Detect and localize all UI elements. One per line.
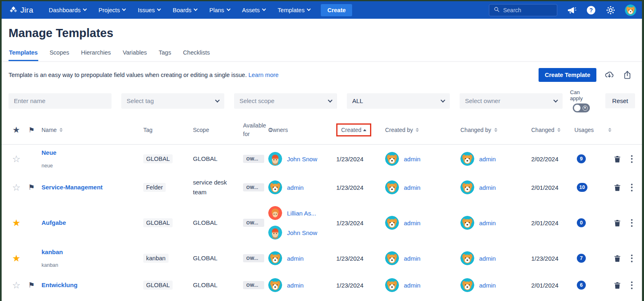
kebab-menu-icon[interactable] — [629, 154, 634, 164]
megaphone-icon[interactable] — [566, 5, 577, 15]
help-icon[interactable]: ? — [586, 5, 596, 15]
kebab-menu-icon[interactable] — [629, 218, 634, 228]
can-apply-toggle[interactable]: ✕ — [573, 103, 590, 112]
changed-by-link[interactable]: admin — [479, 184, 496, 191]
owners-cell: Lillian As...John Snow — [268, 206, 336, 239]
owner-filter-select[interactable]: Select owner — [460, 93, 563, 109]
tab[interactable]: Tags — [158, 49, 172, 61]
nav-menu-item[interactable]: Assets — [242, 7, 266, 13]
nav-create-button[interactable]: Create — [321, 4, 352, 16]
dog-avatar-icon — [460, 180, 474, 194]
template-name-link[interactable]: Service-Management — [42, 184, 103, 191]
delete-trash-icon[interactable] — [613, 254, 622, 263]
scope-filter-select[interactable]: Select scope — [234, 93, 337, 109]
learn-more-link[interactable]: Learn more — [248, 72, 278, 78]
nav-menu-label: Assets — [242, 7, 260, 13]
column-header-usages[interactable]: Usages — [574, 127, 609, 133]
created-by-link[interactable]: admin — [404, 255, 421, 262]
page-title: Manage Templates — [9, 26, 642, 40]
delete-trash-icon[interactable] — [613, 155, 622, 163]
changed-by-link[interactable]: admin — [479, 156, 496, 163]
changed-by-link[interactable]: admin — [479, 282, 496, 289]
owner-link[interactable]: John Snow — [287, 156, 317, 163]
flag-column-icon[interactable]: ⚑ — [24, 126, 42, 134]
nav-menu-item[interactable]: Issues — [138, 7, 160, 13]
star-icon[interactable]: ☆ — [12, 281, 21, 290]
kebab-menu-icon[interactable] — [629, 183, 634, 192]
created-date: 1/23/2024 — [336, 220, 380, 226]
delete-trash-icon[interactable] — [613, 281, 622, 290]
tab[interactable]: Checklists — [182, 49, 210, 61]
search-input[interactable] — [503, 7, 548, 13]
tab-label: Hierarchies — [81, 49, 111, 56]
flag-icon[interactable]: ⚑ — [24, 184, 42, 191]
import-cloud-download-icon[interactable] — [605, 70, 614, 80]
star-icon[interactable]: ★ — [12, 218, 21, 228]
column-header-scope[interactable]: Scope — [193, 127, 243, 133]
owner-link[interactable]: John Snow — [287, 229, 317, 236]
column-header-owners[interactable]: Owners — [268, 127, 336, 133]
changed-by-link[interactable]: admin — [479, 255, 496, 262]
scope-cell: GLOBAL — [193, 218, 243, 228]
tab[interactable]: Scopes — [49, 49, 70, 61]
name-filter-input[interactable] — [14, 97, 106, 104]
export-share-icon[interactable] — [622, 70, 632, 80]
global-search[interactable] — [489, 4, 557, 16]
owner-link[interactable]: admin — [287, 184, 304, 191]
tab[interactable]: Hierarchies — [81, 49, 111, 61]
gear-icon[interactable] — [605, 5, 616, 15]
owner-link[interactable]: admin — [287, 255, 304, 262]
column-header-created[interactable]: Created — [336, 123, 380, 136]
star-icon[interactable]: ★ — [12, 254, 21, 263]
column-header-changed[interactable]: Changed — [531, 127, 574, 133]
template-name-link[interactable]: kanban — [42, 248, 63, 255]
column-header-tag[interactable]: Tag — [143, 127, 193, 133]
kebab-menu-icon[interactable] — [629, 281, 634, 290]
delete-trash-icon[interactable] — [613, 219, 622, 227]
column-header-name[interactable]: Name — [42, 127, 143, 133]
table-row: ☆ ⚑ Neue neue GLOBAL GLOBAL OW... John S… — [2, 145, 642, 173]
created-by-link[interactable]: admin — [404, 156, 421, 163]
nav-menu-item[interactable]: Projects — [99, 7, 125, 13]
created-date: 1/23/2024 — [336, 255, 380, 262]
created-by-link[interactable]: admin — [404, 282, 421, 289]
user-avatar[interactable] — [625, 4, 636, 16]
reset-button[interactable]: Reset — [605, 93, 635, 108]
changed-by-link[interactable]: admin — [479, 220, 496, 226]
nav-menu-item[interactable]: Plans — [209, 7, 230, 13]
lillian-avatar-icon — [268, 206, 282, 220]
owner-link[interactable]: admin — [287, 282, 304, 289]
table-row: ☆ ⚑ Entwicklung GLOBAL GLOBAL OW... admi… — [2, 272, 642, 298]
table-header: ★ ⚑ Name Tag Scope Available for Owners … — [2, 121, 642, 145]
dog-avatar-icon — [460, 278, 474, 292]
chevron-down-icon — [157, 7, 161, 11]
template-name-link[interactable]: Neue — [42, 149, 57, 156]
tab[interactable]: Templates — [9, 49, 38, 61]
column-header-created-by[interactable]: Created by — [380, 127, 456, 133]
row-actions — [609, 154, 642, 164]
owner-link[interactable]: Lillian As... — [287, 210, 316, 217]
delete-trash-icon[interactable] — [613, 183, 622, 192]
nav-menu-item[interactable]: Templates — [278, 7, 310, 13]
tag-filter-select[interactable]: Select tag — [121, 93, 224, 109]
column-header-changed-by[interactable]: Changed by — [456, 127, 531, 133]
flag-icon[interactable]: ⚑ — [24, 281, 42, 289]
create-template-button[interactable]: Create Template — [539, 68, 596, 82]
top-navbar: Jira Dashboards Projects Issues — [2, 1, 642, 19]
owner-item: admin — [268, 180, 336, 194]
template-name-link[interactable]: Aufgabe — [42, 219, 66, 226]
header-actions: Create Template — [539, 68, 632, 82]
star-column-icon[interactable]: ★ — [13, 125, 20, 135]
star-icon[interactable]: ☆ — [12, 183, 21, 192]
jira-brand[interactable]: Jira — [9, 6, 33, 15]
created-by-link[interactable]: admin — [404, 220, 421, 226]
star-icon[interactable]: ☆ — [12, 154, 21, 164]
nav-menu-item[interactable]: Boards — [173, 7, 197, 13]
type-filter-select[interactable]: ALL — [347, 93, 450, 109]
tab[interactable]: Variables — [122, 49, 147, 61]
template-name-link[interactable]: Entwicklung — [42, 281, 77, 288]
nav-menu-item[interactable]: Dashboards — [49, 7, 86, 13]
created-by-link[interactable]: admin — [404, 184, 421, 191]
kebab-menu-icon[interactable] — [629, 254, 634, 263]
column-header-available-for[interactable]: Available for — [243, 121, 268, 138]
